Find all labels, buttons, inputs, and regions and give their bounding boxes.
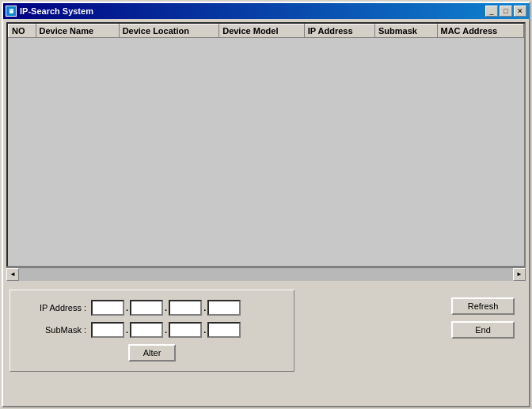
end-button[interactable]: End [451,321,515,339]
col-ip-address: IP Address [304,25,374,38]
col-mac-address: MAC Address [437,25,524,38]
device-table: NO Device Name Device Location Device Mo… [8,24,524,38]
alter-row: Alter [23,344,281,362]
col-device-name: Device Name [36,25,119,38]
submask-label: SubMask : [23,325,86,335]
ip-field-1[interactable] [91,300,124,316]
window-icon: 🖥 [6,6,17,17]
ip-address-row: IP Address : . . . [23,300,281,316]
submask-dot-3: . [203,325,206,335]
submask-field-1[interactable] [91,322,124,338]
submask-field-4[interactable] [207,322,241,338]
scroll-right-button[interactable]: ► [513,268,526,281]
col-submask: Submask [374,25,437,38]
window-title: IP-Search System [20,6,93,16]
submask-dot-1: . [126,325,128,335]
ip-address-label: IP Address : [23,303,86,312]
table-container: NO Device Name Device Location Device Mo… [6,22,526,267]
bottom-panel: IP Address : . . . SubMask : . . [6,283,526,375]
ip-dot-1: . [126,303,128,312]
close-button[interactable]: ✕ [514,6,526,17]
ip-field-3[interactable] [169,300,202,316]
content-area: NO Device Name Device Location Device Mo… [3,19,529,378]
ip-field-2[interactable] [130,300,163,316]
submask-dot-2: . [165,325,167,335]
right-buttons: Refresh End [451,290,522,339]
horizontal-scrollbar: ◄ ► [6,267,526,280]
col-device-location: Device Location [119,25,219,38]
submask-field-2[interactable] [130,322,163,338]
ip-dot-2: . [165,303,167,312]
col-device-model: Device Model [219,25,305,38]
table-header-row: NO Device Name Device Location Device Mo… [9,25,524,38]
submask-row: SubMask : . . . [23,322,281,338]
table-scroll-wrapper: NO Device Name Device Location Device Mo… [8,24,524,256]
minimize-button[interactable]: _ [485,6,498,17]
title-controls: _ □ ✕ [485,6,526,17]
refresh-button[interactable]: Refresh [451,297,515,315]
ip-dot-3: . [203,303,206,312]
maximize-button[interactable]: □ [500,6,512,17]
title-bar-left: 🖥 IP-Search System [6,6,93,17]
col-no: NO [9,25,36,38]
submask-field-3[interactable] [169,322,202,338]
title-bar: 🖥 IP-Search System _ □ ✕ [3,3,529,19]
main-window: 🖥 IP-Search System _ □ ✕ NO Device Name … [2,2,530,407]
ip-form-box: IP Address : . . . SubMask : . . [10,290,294,372]
ip-field-4[interactable] [207,300,241,316]
scroll-left-button[interactable]: ◄ [6,268,19,281]
alter-button[interactable]: Alter [128,344,176,362]
scroll-track[interactable] [19,268,513,281]
